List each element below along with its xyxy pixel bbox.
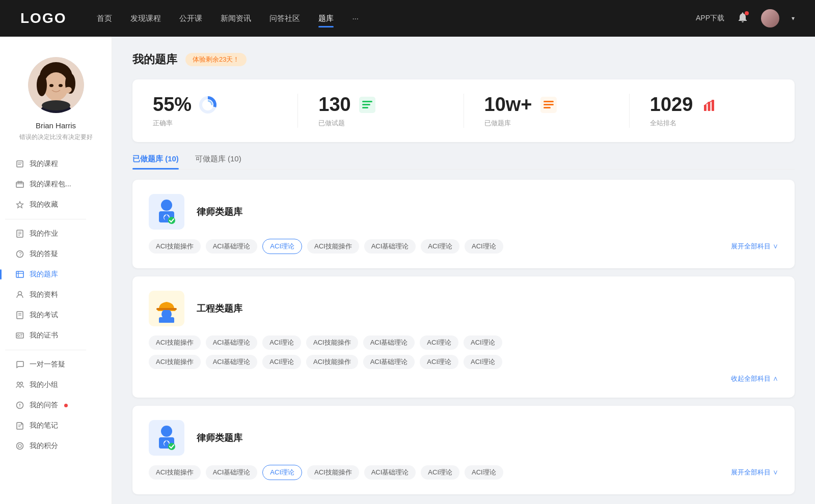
tag[interactable]: ACI技能操作 — [307, 465, 359, 480]
notification-bell[interactable] — [737, 11, 749, 25]
tag[interactable]: ACI理论 — [465, 239, 503, 254]
sidebar-item-my-collection[interactable]: 我的收藏 — [5, 194, 106, 215]
qbank-header-3: 律师类题库 — [149, 420, 778, 456]
notification-dot — [745, 11, 749, 15]
cert-icon — [15, 331, 24, 340]
tag[interactable]: ACI技能操作 — [149, 335, 201, 350]
svg-rect-11 — [17, 161, 23, 167]
tag[interactable]: ACI理论 — [262, 335, 301, 350]
qbank-icon-lawyer-2 — [149, 420, 184, 456]
stat-label-done-q: 已做试题 — [318, 119, 345, 128]
tag[interactable]: ACI基础理论 — [364, 465, 416, 480]
svg-rect-25 — [16, 271, 23, 277]
tag[interactable]: ACI技能操作 — [306, 335, 358, 350]
homework-icon — [15, 229, 24, 238]
tag[interactable]: ACI理论 — [420, 355, 458, 369]
list-green-icon — [357, 95, 377, 115]
qbank-header-1: 律师类题库 — [149, 194, 778, 230]
sidebar-item-my-exam[interactable]: 我的考试 — [5, 305, 106, 325]
svg-point-8 — [49, 84, 53, 87]
tag[interactable]: ACI基础理论 — [364, 239, 416, 254]
donut-chart-icon — [198, 95, 218, 115]
sidebar-item-my-package[interactable]: 我的课程包... — [5, 174, 106, 194]
course-icon — [15, 159, 24, 169]
tag[interactable]: ACI理论 — [262, 355, 301, 369]
tag[interactable]: ACI基础理论 — [206, 465, 258, 480]
nav-news[interactable]: 新闻资讯 — [221, 12, 251, 25]
group-icon — [15, 380, 24, 389]
tag[interactable]: ACI基础理论 — [206, 335, 258, 350]
svg-rect-65 — [159, 317, 174, 323]
tag[interactable]: ACI理论 — [421, 239, 459, 254]
tag-active[interactable]: ACI理论 — [262, 465, 302, 480]
svg-rect-58 — [712, 100, 714, 111]
sidebar-item-my-course[interactable]: 我的课程 — [5, 154, 106, 174]
svg-rect-14 — [16, 182, 23, 187]
sidebar-item-my-profile[interactable]: 我的资料 — [5, 285, 106, 305]
tag[interactable]: ACI基础理论 — [206, 355, 258, 369]
expand-button-3[interactable]: 展开全部科目 ∨ — [731, 468, 778, 477]
sidebar-label: 我的作业 — [30, 229, 58, 238]
tab-done[interactable]: 已做题库 (10) — [132, 154, 179, 169]
answers-icon — [15, 401, 24, 410]
tag-active[interactable]: ACI理论 — [262, 239, 302, 254]
logo: LOGO — [20, 10, 66, 26]
sidebar-label: 我的笔记 — [30, 421, 58, 430]
tag[interactable]: ACI理论 — [464, 335, 502, 350]
main-content: 我的题库 体验剩余23天！ 55% 正确率 — [112, 37, 815, 504]
stat-value-accuracy: 55% — [153, 94, 192, 116]
sidebar-item-my-points[interactable]: 我的积分 — [5, 436, 106, 456]
collapse-button[interactable]: 收起全部科目 ∧ — [731, 374, 778, 383]
nav-more[interactable]: ··· — [352, 12, 359, 25]
sidebar-item-my-qbank[interactable]: 我的题库 — [5, 264, 106, 285]
nav-discover[interactable]: 发现课程 — [130, 12, 161, 25]
tag[interactable]: ACI技能操作 — [306, 355, 358, 369]
nav-qa[interactable]: 问答社区 — [269, 12, 300, 25]
tag[interactable]: ACI理论 — [421, 465, 459, 480]
navbar: LOGO 首页 发现课程 公开课 新闻资讯 问答社区 题库 ··· APP下载 … — [0, 0, 815, 37]
tag[interactable]: ACI理论 — [464, 355, 502, 369]
tag[interactable]: ACI基础理论 — [363, 355, 415, 369]
sidebar-item-my-answers[interactable]: 我的问答 — [5, 395, 106, 415]
sidebar-item-my-question[interactable]: ? 我的答疑 — [5, 244, 106, 264]
svg-point-7 — [42, 100, 70, 110]
sidebar-label: 我的课程 — [30, 159, 58, 169]
svg-rect-53 — [544, 101, 554, 102]
sidebar-label: 我的资料 — [30, 290, 58, 299]
qbank-icon-engineer — [149, 291, 184, 326]
tag[interactable]: ACI理论 — [420, 335, 458, 350]
sidebar-item-one-on-one[interactable]: 一对一答疑 — [5, 354, 106, 375]
sidebar-item-my-cert[interactable]: 我的证书 — [5, 325, 106, 346]
nav-open[interactable]: 公开课 — [179, 12, 202, 25]
stat-value-rank: 1029 — [650, 94, 693, 116]
stat-accuracy: 55% 正确率 — [132, 94, 298, 128]
tag[interactable]: ACI基础理论 — [206, 239, 258, 254]
qbank-card-lawyer-2: 律师类题库 ACI技能操作 ACI基础理论 ACI理论 ACI技能操作 ACI基… — [132, 406, 795, 494]
sidebar-divider — [5, 219, 86, 219]
tag[interactable]: ACI技能操作 — [149, 465, 201, 480]
nav-qbank[interactable]: 题库 — [318, 12, 334, 25]
tab-todo[interactable]: 可做题库 (10) — [195, 154, 241, 169]
app-download-button[interactable]: APP下载 — [696, 14, 724, 23]
qbank-header-2: 工程类题库 — [149, 291, 778, 326]
tag[interactable]: ACI技能操作 — [149, 355, 201, 369]
sidebar: Brian Harris 错误的决定比没有决定要好 我的课程 我的课程包... … — [0, 37, 112, 504]
user-avatar[interactable] — [761, 9, 779, 27]
chevron-down-icon[interactable]: ▾ — [792, 15, 795, 22]
sidebar-item-my-homework[interactable]: 我的作业 — [5, 223, 106, 244]
sidebar-item-my-notes[interactable]: 我的笔记 — [5, 415, 106, 436]
nav-home[interactable]: 首页 — [97, 12, 112, 25]
tag[interactable]: ACI理论 — [465, 465, 503, 480]
svg-point-59 — [161, 200, 172, 211]
tag[interactable]: ACI基础理论 — [363, 335, 415, 350]
qbank-card-lawyer-1: 律师类题库 ACI技能操作 ACI基础理论 ACI理论 ACI技能操作 ACI基… — [132, 180, 795, 268]
sidebar-label: 我的问答 — [30, 401, 58, 410]
tag[interactable]: ACI技能操作 — [149, 239, 201, 254]
nav-right: APP下载 ▾ — [696, 9, 795, 27]
tag[interactable]: ACI技能操作 — [307, 239, 359, 254]
svg-point-43 — [17, 443, 23, 450]
sidebar-item-my-group[interactable]: 我的小组 — [5, 375, 106, 395]
stat-label-accuracy: 正确率 — [153, 119, 173, 128]
expand-button-1[interactable]: 展开全部科目 ∨ — [731, 242, 778, 251]
chat-icon — [15, 360, 24, 369]
